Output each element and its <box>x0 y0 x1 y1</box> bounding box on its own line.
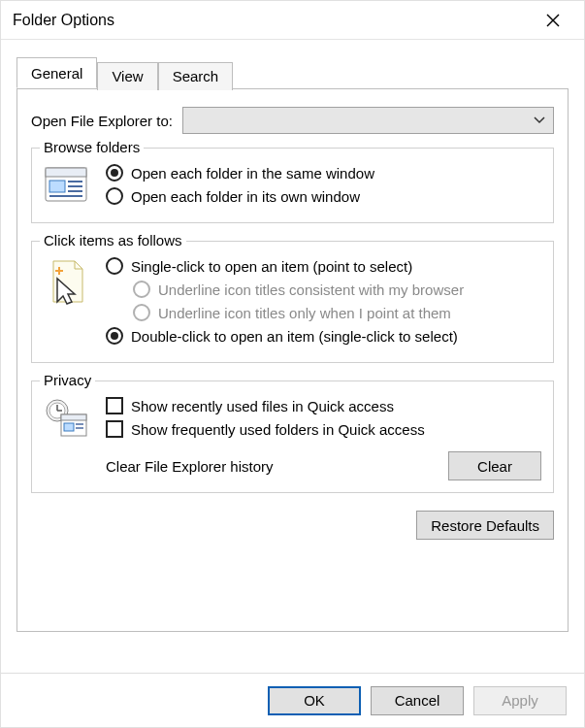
radio-label: Underline icon titles consistent with my… <box>158 281 464 298</box>
checkbox-icon <box>106 420 123 438</box>
svg-rect-3 <box>46 168 86 177</box>
window-title: Folder Options <box>13 12 534 29</box>
radio-icon <box>106 187 123 205</box>
checkbox-label: Show recently used files in Quick access <box>131 398 394 414</box>
checkbox-label: Show frequently used folders in Quick ac… <box>131 421 425 438</box>
close-icon <box>546 14 560 27</box>
radio-underline-browser: Underline icon titles consistent with my… <box>133 281 541 298</box>
open-explorer-label: Open File Explorer to: <box>31 113 173 129</box>
radio-icon <box>106 327 123 345</box>
radio-icon <box>133 281 150 298</box>
radio-icon <box>106 257 123 275</box>
folder-options-dialog: Folder Options General View Search Open … <box>0 0 585 728</box>
radio-label: Open each folder in the same window <box>131 165 374 182</box>
checkbox-frequent-folders[interactable]: Show frequently used folders in Quick ac… <box>106 420 541 438</box>
group-legend: Click items as follows <box>40 232 186 248</box>
dialog-button-bar: OK Cancel Apply <box>1 673 584 727</box>
radio-label: Underline icon titles only when I point … <box>158 305 451 321</box>
ok-button[interactable]: OK <box>268 686 361 715</box>
group-legend: Browse folders <box>40 139 144 155</box>
title-bar: Folder Options <box>1 1 584 40</box>
radio-same-window[interactable]: Open each folder in the same window <box>106 164 541 182</box>
click-items-icon <box>44 255 94 350</box>
apply-button: Apply <box>473 686 567 715</box>
svg-rect-16 <box>61 414 86 420</box>
clear-button[interactable]: Clear <box>448 451 541 480</box>
radio-own-window[interactable]: Open each folder in its own window <box>106 187 541 205</box>
clear-history-label: Clear File Explorer history <box>106 458 274 475</box>
radio-label: Open each folder in its own window <box>131 188 360 205</box>
tab-view[interactable]: View <box>97 62 157 90</box>
browse-folders-icon <box>44 162 94 211</box>
radio-label: Double-click to open an item (single-cli… <box>131 328 458 345</box>
group-click-items: Click items as follows <box>31 241 554 363</box>
radio-single-click[interactable]: Single-click to open an item (point to s… <box>106 257 541 275</box>
cancel-button[interactable]: Cancel <box>371 686 464 715</box>
group-privacy: Privacy <box>31 381 554 493</box>
open-explorer-dropdown[interactable] <box>182 107 554 134</box>
tab-panel-general: Open File Explorer to: Browse folders <box>16 88 569 632</box>
radio-icon <box>106 164 123 182</box>
radio-double-click[interactable]: Double-click to open an item (single-cli… <box>106 327 541 345</box>
radio-icon <box>133 304 150 321</box>
svg-rect-4 <box>49 181 65 192</box>
tab-search[interactable]: Search <box>158 62 234 90</box>
tab-general[interactable]: General <box>16 57 97 88</box>
privacy-icon <box>44 395 94 480</box>
open-explorer-row: Open File Explorer to: <box>31 107 554 134</box>
radio-underline-point: Underline icon titles only when I point … <box>133 304 541 321</box>
group-legend: Privacy <box>40 372 95 388</box>
group-browse-folders: Browse folders <box>31 148 554 223</box>
client-area: General View Search Open File Explorer t… <box>1 40 584 632</box>
radio-label: Single-click to open an item (point to s… <box>131 258 412 275</box>
checkbox-icon <box>106 397 123 414</box>
chevron-down-icon <box>534 116 545 124</box>
tab-strip: General View Search <box>16 57 569 88</box>
svg-rect-17 <box>64 423 74 431</box>
close-button[interactable] <box>534 1 572 40</box>
checkbox-recent-files[interactable]: Show recently used files in Quick access <box>106 397 541 414</box>
restore-defaults-button[interactable]: Restore Defaults <box>416 511 554 540</box>
